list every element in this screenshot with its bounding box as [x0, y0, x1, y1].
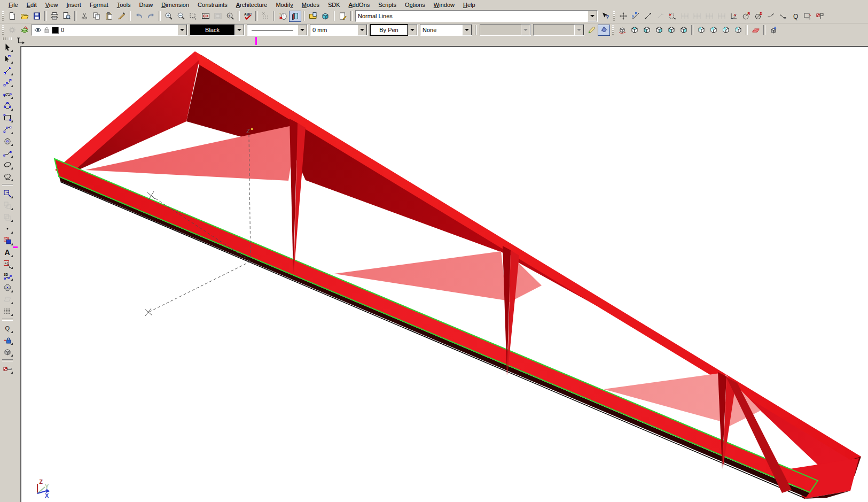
dim-diameter-button[interactable]: D — [752, 11, 764, 22]
menu-architecture[interactable]: Architecture — [232, 1, 272, 9]
toolbar-grip[interactable] — [612, 11, 616, 21]
menu-scripts[interactable]: Scripts — [374, 1, 401, 9]
linetype-combo-dropdown-arrow[interactable] — [298, 25, 307, 35]
zoom-window-button[interactable] — [187, 11, 199, 22]
properties-pencil-button[interactable] — [585, 25, 598, 36]
box-tool[interactable] — [1, 346, 14, 357]
layer-explore-button[interactable] — [18, 25, 30, 36]
attribute-tool[interactable]: +1 — [1, 259, 14, 269]
toolbar-grip[interactable] — [611, 25, 615, 35]
view-back-button[interactable] — [677, 25, 690, 36]
cloud-tool[interactable] — [1, 171, 14, 182]
zoom-realtime-button[interactable]: ± — [224, 11, 236, 22]
style-combo-dropdown-arrow[interactable] — [588, 11, 597, 21]
new-button[interactable] — [6, 11, 18, 22]
view-right-button[interactable] — [653, 25, 665, 36]
print-style-combo-dropdown-arrow[interactable] — [462, 25, 472, 35]
insert-block-tool[interactable] — [1, 188, 14, 199]
query-tool[interactable]: Q — [1, 323, 14, 334]
open-button[interactable] — [18, 11, 30, 22]
toolbar-grip[interactable] — [1, 11, 5, 21]
quick-dim-button[interactable]: Q — [789, 11, 801, 22]
linetype-combo[interactable] — [247, 24, 308, 36]
dynamic-view-button[interactable] — [616, 25, 628, 36]
multileader-button[interactable] — [777, 11, 789, 22]
dim-rotated-button[interactable] — [642, 11, 654, 22]
cut-button[interactable] — [78, 11, 90, 22]
menu-edit[interactable]: Edit — [22, 1, 41, 9]
view-iso-nw-button[interactable] — [732, 25, 744, 36]
point-tool[interactable] — [1, 223, 14, 234]
menu-window[interactable]: Window — [429, 1, 459, 9]
menu-file[interactable]: File — [4, 1, 22, 9]
view-front-button[interactable] — [640, 25, 653, 36]
dim-radius-button[interactable]: R — [740, 11, 752, 22]
zoom-extents-button[interactable] — [199, 11, 212, 22]
dim-update-button[interactable] — [814, 11, 826, 22]
menu-draw[interactable]: Draw — [135, 1, 157, 9]
lineweight-combo-dropdown-arrow[interactable] — [357, 25, 367, 35]
zoom-out-button[interactable] — [175, 11, 187, 22]
shade-cube-button[interactable] — [319, 11, 331, 22]
layer-combo-dropdown-arrow[interactable] — [177, 25, 187, 35]
polyline3d-tool[interactable]: 3D — [1, 271, 14, 281]
menu-constraints[interactable]: Constraints — [193, 1, 232, 9]
color-combo[interactable]: Black — [190, 24, 245, 36]
menu-insert[interactable]: Insert — [62, 1, 85, 9]
dim-linear-button[interactable] — [617, 11, 629, 22]
plot-style-combo-dropdown-arrow[interactable] — [408, 25, 417, 35]
lineweight-combo[interactable]: 0 mm — [310, 24, 367, 36]
ucs-plane-button[interactable] — [749, 25, 762, 36]
zoom-in-button[interactable] — [162, 11, 175, 22]
print-preview-button[interactable] — [60, 11, 73, 22]
sphere-tool[interactable] — [1, 282, 14, 293]
view-iso-ne-button[interactable] — [720, 25, 732, 36]
node-select-tool[interactable] — [1, 53, 14, 64]
multiline-tool[interactable] — [1, 89, 14, 99]
leader-button[interactable] — [764, 11, 777, 22]
spline-tool[interactable] — [1, 148, 14, 158]
menu-modes[interactable]: Modes — [298, 1, 324, 9]
entity-view-button[interactable] — [289, 11, 301, 22]
polyline-tool[interactable] — [1, 77, 14, 88]
view-iso-se-button[interactable] — [707, 25, 720, 36]
menu-options[interactable]: Options — [401, 1, 429, 9]
circle-tool[interactable] — [1, 101, 14, 111]
copy-button[interactable] — [90, 11, 103, 22]
constraint-lock-tool[interactable] — [1, 335, 14, 345]
menu-view[interactable]: View — [41, 1, 62, 9]
menu-addons[interactable]: AddOns — [345, 1, 374, 9]
toolbar-grip[interactable] — [3, 37, 12, 40]
layer-combo[interactable]: 0 — [32, 24, 187, 36]
undo-button[interactable] — [132, 11, 145, 22]
dim-aligned-button[interactable] — [629, 11, 642, 22]
render-button[interactable] — [767, 25, 779, 36]
open-sheet-button[interactable] — [307, 11, 319, 22]
material-tool[interactable] — [1, 364, 14, 374]
circle-center-tool[interactable] — [1, 136, 14, 146]
dim-edit-button[interactable] — [801, 11, 814, 22]
dim-style-button[interactable] — [666, 11, 678, 22]
context-help-button[interactable]: ? — [599, 11, 611, 22]
new-note-button[interactable] — [337, 11, 349, 22]
menu-tools[interactable]: Tools — [113, 1, 135, 9]
render-settings-button[interactable] — [598, 25, 610, 36]
toolbar-grip[interactable] — [1, 25, 5, 35]
model-view[interactable]: ZZYX — [21, 47, 868, 502]
redo-button[interactable] — [145, 11, 157, 22]
paste-button[interactable] — [103, 11, 115, 22]
menu-modify[interactable]: Modify — [271, 1, 297, 9]
print-button[interactable] — [48, 11, 60, 22]
menu-help[interactable]: Help — [459, 1, 480, 9]
view-top-button[interactable] — [628, 25, 640, 36]
erase-button[interactable]: Y — [277, 11, 289, 22]
color-combo-dropdown-arrow[interactable] — [234, 25, 244, 35]
dim-angular-button[interactable]: A — [728, 11, 740, 22]
plot-style-combo[interactable]: By Pen — [370, 24, 418, 36]
select-tool[interactable] — [1, 42, 14, 52]
view-iso-sw-button[interactable] — [695, 25, 707, 36]
match-properties-button[interactable] — [115, 11, 127, 22]
save-button[interactable] — [30, 11, 43, 22]
drawing-canvas[interactable]: ZZYX — [20, 46, 868, 502]
menu-format[interactable]: Format — [85, 1, 113, 9]
